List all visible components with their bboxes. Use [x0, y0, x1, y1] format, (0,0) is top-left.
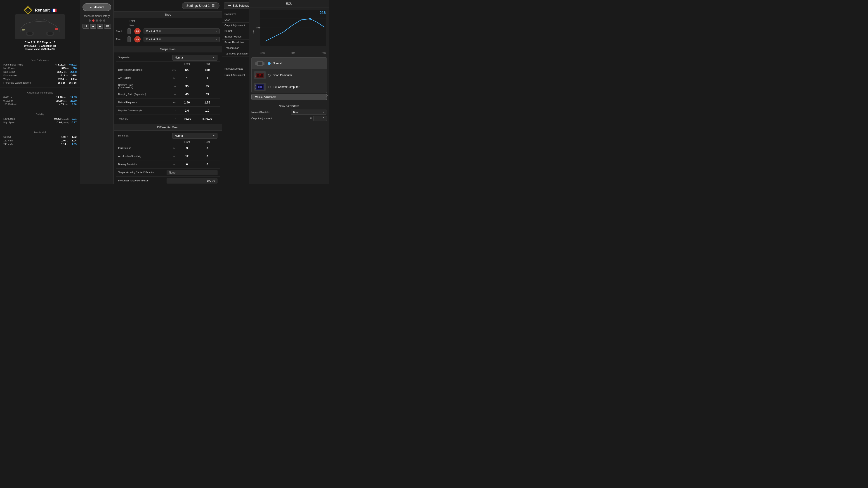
ecu-normal-radio: [268, 62, 271, 65]
rear-tire-dropdown[interactable]: Comfort: Soft ▼: [144, 37, 220, 42]
damping-expansion-unit: %: [170, 93, 176, 96]
aspiration-value: TB: [53, 45, 56, 47]
damping-expansion-front[interactable]: 45: [177, 93, 197, 96]
torque-vectoring-row: Torque-Vectoring Center Differential Non…: [116, 168, 220, 177]
pp-unit: PP 511.08: [55, 63, 66, 66]
history-dot-4[interactable]: [99, 20, 102, 22]
zero-1000-current: 26.80: [70, 99, 76, 102]
high-speed-row: High Speed -1.00(Under) -0.77: [3, 121, 76, 124]
initial-torque-row: Initial Torque Lv. 3 0: [116, 144, 220, 152]
chart-rpm-max: 7000: [321, 52, 326, 54]
l1-button[interactable]: L1: [83, 24, 89, 29]
damping-compression-front[interactable]: 35: [177, 85, 197, 88]
engine-spec: Engine Model M5M-Clio-'16: [3, 48, 76, 51]
high-speed-base: -1.00(Under): [56, 121, 69, 124]
differential-dropdown-row: Differential Normal ▼: [116, 132, 220, 140]
svg-point-6: [27, 32, 33, 35]
history-dot-3[interactable]: [96, 20, 98, 22]
ecu-nitrous-dropdown[interactable]: None ▼: [291, 109, 327, 115]
accel-sensitivity-unit: Lv.: [170, 155, 176, 158]
next-button[interactable]: ▶: [97, 24, 103, 29]
initial-torque-front[interactable]: 3: [177, 147, 197, 150]
weight-row: Weight 2654 lbs. 2654: [3, 77, 76, 81]
car-name: Clio R.S. 220 Trophy '16: [3, 41, 76, 44]
neg-camber-rear[interactable]: 1.0: [197, 109, 217, 112]
body-height-row: Body Height Adjustment mm 120 130: [116, 66, 220, 74]
torque-distribution-label: Front/Rear Torque Distribution: [118, 180, 164, 182]
svg-rect-4: [55, 8, 57, 12]
ecu-sport-label: Sport Computer: [273, 74, 292, 77]
brand-name: Renault: [35, 8, 50, 13]
ecu-output-adj-value[interactable]: 0: [313, 116, 327, 121]
displacement-base: 1618 cc: [59, 74, 68, 77]
rear-tire-row: Rear CS Comfort: Soft ▼: [116, 36, 220, 43]
chart-unit-label: ft·lb: [252, 30, 255, 34]
sport-ecu-icon: [255, 72, 265, 78]
zero-1000-row: 0-1000 m 24.89 sec. 26.80: [3, 99, 76, 103]
history-dot-5[interactable]: [103, 20, 105, 22]
anti-roll-label: Anti-Roll Bar: [118, 77, 170, 79]
damping-compression-unit: %: [170, 85, 176, 88]
ecu-option-normal[interactable]: Normal: [252, 58, 327, 69]
damping-expansion-row: Damping Ratio (Expansion) % 45 45: [116, 90, 220, 98]
toe-angle-front[interactable]: I I 0.00: [177, 117, 197, 121]
natural-freq-rear[interactable]: 1.55: [197, 101, 217, 104]
manual-adjustment-button[interactable]: Manual Adjustment •••: [251, 94, 327, 100]
sixty-row: 60 km/h 1.02 G 1.02: [3, 135, 76, 139]
max-power-row: Max Power 325 HP 216: [3, 66, 76, 70]
svg-rect-13: [128, 29, 130, 34]
ecu-output-adj-row: Output Adjustment % 0: [251, 116, 327, 121]
ecu-option-full-control[interactable]: Full Control Computer: [252, 81, 327, 93]
history-dot-2[interactable]: [92, 20, 94, 22]
initial-torque-rear[interactable]: 0: [197, 147, 217, 150]
two-forty-label: 240 km/h: [3, 143, 13, 145]
torque-vectoring-value[interactable]: None: [166, 170, 218, 175]
zero-400-base: 14.18 sec.: [56, 96, 67, 98]
neg-camber-front[interactable]: 1.0: [177, 109, 197, 112]
weight-balance-current: 65 : 35: [69, 81, 76, 84]
natural-freq-front[interactable]: 1.40: [177, 101, 197, 104]
body-height-rear[interactable]: 130: [197, 68, 217, 72]
measure-button-label: Measure: [94, 6, 104, 9]
torque-distribution-value[interactable]: 100 : 0: [166, 178, 218, 184]
ecu-option-sport[interactable]: Sport Computer: [252, 69, 327, 81]
anti-roll-front[interactable]: 1: [177, 76, 197, 80]
suspension-section-content: Suspension Normal ▼ Front Rear Body Heig…: [114, 53, 222, 124]
initial-torque-unit: Lv.: [170, 147, 176, 149]
r1-button[interactable]: R1: [104, 24, 111, 29]
ecu-normal-label: Normal: [273, 62, 282, 65]
low-speed-label: Low Speed: [3, 118, 15, 120]
accel-sensitivity-rear[interactable]: 0: [197, 155, 217, 158]
front-rear-label: Front Rear: [129, 20, 136, 26]
measure-button[interactable]: ▲ Measure: [83, 3, 111, 11]
history-dot-1[interactable]: [89, 20, 91, 22]
accel-sensitivity-front[interactable]: 12: [177, 155, 197, 158]
anti-roll-rear[interactable]: 1: [197, 76, 217, 80]
displacement-current: 1618: [71, 74, 76, 77]
ecu-nitrous-label: Nitrous/Overtake: [251, 111, 291, 113]
max-power-current: 216: [72, 67, 76, 70]
braking-sensitivity-label: Braking Sensitivity: [118, 163, 170, 166]
suspension-value: Normal: [175, 56, 184, 59]
engine-value: M5M-Clio-'16: [41, 48, 55, 51]
braking-sensitivity-front[interactable]: 6: [177, 163, 197, 166]
suspension-dropdown-row: Suspension Normal ▼: [116, 54, 220, 62]
suspension-dropdown[interactable]: Normal ▼: [172, 55, 217, 61]
damping-compression-rear[interactable]: 35: [197, 85, 217, 88]
front-tire-dropdown[interactable]: Comfort: Soft ▼: [144, 29, 220, 34]
settings-sheet-button[interactable]: Settings Sheet 1 ☰: [182, 2, 220, 9]
two-forty-base: 1.14 G: [61, 143, 68, 145]
toe-angle-rear[interactable]: I▶I 0.20: [197, 117, 217, 121]
body-height-front[interactable]: 120: [177, 68, 197, 72]
braking-sensitivity-rear[interactable]: 0: [197, 163, 217, 166]
zero-400-label: 0-400 m: [3, 96, 12, 98]
front-tire-badge: CS: [134, 28, 141, 34]
ecu-nitrous-chevron-icon: ▼: [322, 111, 324, 113]
ecu-sport-radio: [268, 74, 271, 76]
prev-button[interactable]: ◀: [90, 24, 96, 29]
hundred-150-base: 4.78 sec.: [59, 103, 68, 106]
panel-right-arrow-icon[interactable]: ›: [326, 92, 328, 98]
differential-dropdown[interactable]: Normal ▼: [172, 133, 217, 139]
base-performance-title: Base Performance: [3, 59, 76, 61]
damping-expansion-rear[interactable]: 45: [197, 93, 217, 96]
